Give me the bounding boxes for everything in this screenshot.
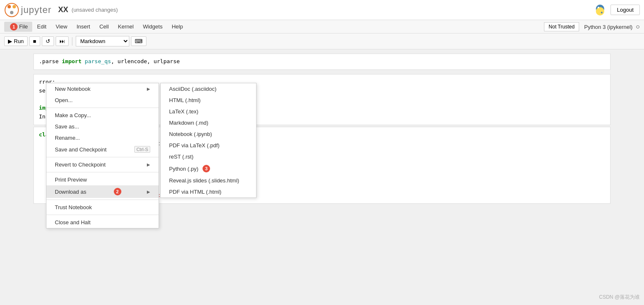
fast-forward-icon: ⏭ xyxy=(59,38,65,44)
download-python[interactable]: Python (.py) 3 xyxy=(161,162,256,175)
menu-close-halt[interactable]: Close and Halt xyxy=(46,217,159,228)
jupyter-logo-icon xyxy=(4,3,19,18)
download-pdf-html[interactable]: PDF via HTML (.html) xyxy=(161,186,256,197)
menu-download-as[interactable]: Download as 2 xyxy=(46,185,159,198)
menu-edit[interactable]: Edit xyxy=(33,22,51,31)
right-header: Logout xyxy=(594,4,640,16)
logo-text: jupyter xyxy=(21,5,51,15)
menu-file[interactable]: 1 File xyxy=(4,22,32,32)
run-icon: ▶ xyxy=(8,38,12,44)
python-badge: 3 xyxy=(203,165,210,172)
menu-view[interactable]: View xyxy=(51,22,72,31)
code-cell-1: .parse import parse_qs, urlencode, urlpa… xyxy=(33,54,611,70)
jupyter-logo: jupyter xyxy=(4,3,51,18)
download-asciidoc[interactable]: AsciiDoc (.asciidoc) xyxy=(161,83,256,95)
restart-button[interactable]: ↺ xyxy=(42,36,54,46)
svg-point-2 xyxy=(13,5,16,8)
menu-trust-notebook[interactable]: Trust Notebook xyxy=(46,202,159,213)
menu-help[interactable]: Help xyxy=(167,22,187,31)
download-as-label: Download as xyxy=(55,189,86,195)
download-rest[interactable]: reST (.rst) xyxy=(161,151,256,162)
code-line: .parse import parse_qs, urlencode, urlpa… xyxy=(39,58,180,64)
logout-button[interactable]: Logout xyxy=(611,5,640,15)
toolbar-separator xyxy=(72,37,72,46)
cell-type-select[interactable]: Markdown Code Raw NBConvert Heading xyxy=(76,36,129,46)
separator-3 xyxy=(46,172,159,172)
unsaved-changes-label: (unsaved changes) xyxy=(72,7,118,13)
svg-point-0 xyxy=(5,3,18,17)
separator-2 xyxy=(46,157,159,157)
download-html[interactable]: HTML (.html) xyxy=(161,95,256,106)
download-pdf-latex[interactable]: PDF via LaTeX (.pdf) xyxy=(161,140,256,151)
kernel-status-icon: ○ xyxy=(636,23,640,30)
keyboard-shortcuts-button[interactable]: ⌨ xyxy=(131,36,146,46)
download-notebook[interactable]: Notebook (.ipynb) xyxy=(161,128,256,140)
file-badge: 1 xyxy=(10,23,18,31)
svg-point-6 xyxy=(598,7,599,8)
menu-widgets[interactable]: Widgets xyxy=(139,22,167,31)
separator-1 xyxy=(46,108,159,108)
menu-rename[interactable]: Rename... xyxy=(46,132,159,144)
download-markdown[interactable]: Markdown (.md) xyxy=(161,117,256,128)
svg-point-3 xyxy=(10,11,13,14)
download-latex[interactable]: LaTeX (.tex) xyxy=(161,106,256,117)
notebook-name[interactable]: XX xyxy=(58,5,68,14)
stop-icon: ■ xyxy=(33,38,36,44)
kernel-info: Python 3 (ipykernel) ○ xyxy=(584,23,640,31)
menu-save-as[interactable]: Save as... xyxy=(46,121,159,132)
menu-insert[interactable]: Insert xyxy=(72,22,95,31)
topbar: jupyter XX (unsaved changes) Logout xyxy=(0,0,644,20)
menu-print-preview[interactable]: Print Preview xyxy=(46,174,159,185)
menu-open[interactable]: Open... xyxy=(46,95,159,106)
menu-new-notebook[interactable]: New Notebook xyxy=(46,83,159,95)
download-badge: 2 xyxy=(114,188,121,195)
svg-point-1 xyxy=(8,5,11,8)
restart-icon: ↺ xyxy=(46,38,50,44)
menu-kernel[interactable]: Kernel xyxy=(114,22,138,31)
watermark: CSDN @落花为谁 xyxy=(599,294,640,301)
separator-4 xyxy=(46,200,159,200)
file-dropdown-menu: New Notebook Open... Make a Copy... Save… xyxy=(46,83,159,228)
menu-cell[interactable]: Cell xyxy=(95,22,113,31)
menu-make-copy[interactable]: Make a Copy... xyxy=(46,110,159,121)
not-trusted-button[interactable]: Not Trusted xyxy=(544,22,579,31)
separator-5 xyxy=(46,215,159,215)
menubar: 1 File Edit View Insert Cell Kernel Widg… xyxy=(0,20,644,33)
save-shortcut: Ctrl-S xyxy=(134,146,150,153)
python-logo-icon xyxy=(594,4,606,16)
run-button[interactable]: ▶ Run xyxy=(4,36,28,46)
svg-point-5 xyxy=(596,7,604,15)
main-content: .parse import parse_qs, urlencode, urlpa… xyxy=(0,49,644,305)
download-submenu: AsciiDoc (.asciidoc) HTML (.html) LaTeX … xyxy=(160,83,257,198)
toolbar: ▶ Run ■ ↺ ⏭ Markdown Code Raw NBConvert … xyxy=(0,33,644,49)
keyboard-icon: ⌨ xyxy=(135,38,143,44)
menu-revert-checkpoint[interactable]: Revert to Checkpoint xyxy=(46,159,159,170)
download-reveal[interactable]: Reveal.js slides (.slides.html) xyxy=(161,175,256,186)
stop-button[interactable]: ■ xyxy=(29,36,40,46)
fast-forward-button[interactable]: ⏭ xyxy=(56,36,69,46)
menu-save-checkpoint[interactable]: Save and Checkpoint Ctrl-S xyxy=(46,144,159,155)
svg-point-7 xyxy=(601,12,603,13)
